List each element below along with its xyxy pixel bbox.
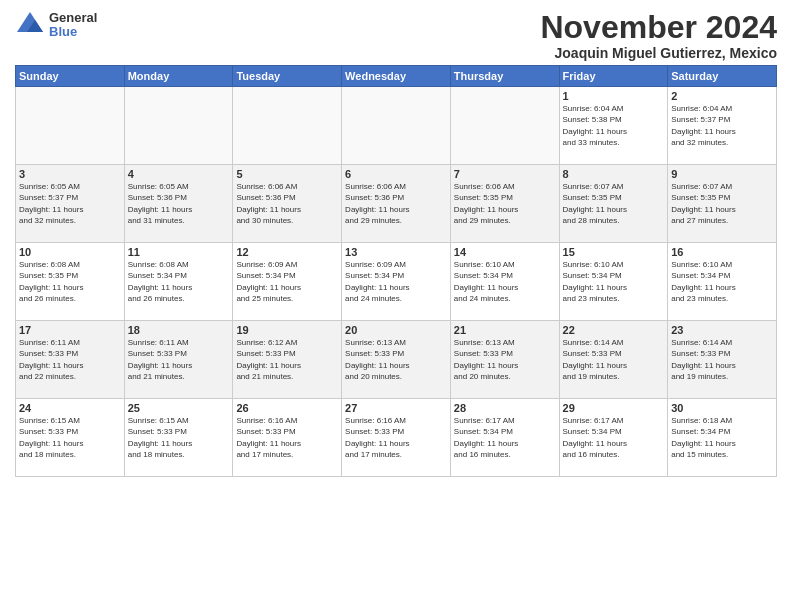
day-info: Sunrise: 6:05 AM Sunset: 5:36 PM Dayligh… bbox=[128, 181, 230, 226]
day-info: Sunrise: 6:16 AM Sunset: 5:33 PM Dayligh… bbox=[345, 415, 447, 460]
day-number: 20 bbox=[345, 324, 447, 336]
calendar-cell: 2Sunrise: 6:04 AM Sunset: 5:37 PM Daylig… bbox=[668, 87, 777, 165]
calendar-week-5: 24Sunrise: 6:15 AM Sunset: 5:33 PM Dayli… bbox=[16, 399, 777, 477]
day-info: Sunrise: 6:14 AM Sunset: 5:33 PM Dayligh… bbox=[563, 337, 665, 382]
calendar-cell bbox=[16, 87, 125, 165]
day-info: Sunrise: 6:09 AM Sunset: 5:34 PM Dayligh… bbox=[345, 259, 447, 304]
day-number: 7 bbox=[454, 168, 556, 180]
day-number: 28 bbox=[454, 402, 556, 414]
logo: General Blue bbox=[15, 10, 97, 40]
day-number: 22 bbox=[563, 324, 665, 336]
day-info: Sunrise: 6:17 AM Sunset: 5:34 PM Dayligh… bbox=[563, 415, 665, 460]
month-title: November 2024 bbox=[540, 10, 777, 45]
calendar-cell: 28Sunrise: 6:17 AM Sunset: 5:34 PM Dayli… bbox=[450, 399, 559, 477]
col-thursday: Thursday bbox=[450, 66, 559, 87]
title-section: November 2024 Joaquin Miguel Gutierrez, … bbox=[540, 10, 777, 61]
day-number: 3 bbox=[19, 168, 121, 180]
day-info: Sunrise: 6:11 AM Sunset: 5:33 PM Dayligh… bbox=[19, 337, 121, 382]
day-number: 11 bbox=[128, 246, 230, 258]
day-info: Sunrise: 6:07 AM Sunset: 5:35 PM Dayligh… bbox=[563, 181, 665, 226]
calendar-cell: 20Sunrise: 6:13 AM Sunset: 5:33 PM Dayli… bbox=[342, 321, 451, 399]
calendar-cell: 12Sunrise: 6:09 AM Sunset: 5:34 PM Dayli… bbox=[233, 243, 342, 321]
calendar-cell: 11Sunrise: 6:08 AM Sunset: 5:34 PM Dayli… bbox=[124, 243, 233, 321]
calendar-week-2: 3Sunrise: 6:05 AM Sunset: 5:37 PM Daylig… bbox=[16, 165, 777, 243]
calendar-cell: 4Sunrise: 6:05 AM Sunset: 5:36 PM Daylig… bbox=[124, 165, 233, 243]
calendar-cell: 29Sunrise: 6:17 AM Sunset: 5:34 PM Dayli… bbox=[559, 399, 668, 477]
day-number: 1 bbox=[563, 90, 665, 102]
day-number: 21 bbox=[454, 324, 556, 336]
col-friday: Friday bbox=[559, 66, 668, 87]
calendar-cell: 22Sunrise: 6:14 AM Sunset: 5:33 PM Dayli… bbox=[559, 321, 668, 399]
day-info: Sunrise: 6:17 AM Sunset: 5:34 PM Dayligh… bbox=[454, 415, 556, 460]
calendar-cell: 25Sunrise: 6:15 AM Sunset: 5:33 PM Dayli… bbox=[124, 399, 233, 477]
day-info: Sunrise: 6:09 AM Sunset: 5:34 PM Dayligh… bbox=[236, 259, 338, 304]
calendar-cell bbox=[124, 87, 233, 165]
day-info: Sunrise: 6:10 AM Sunset: 5:34 PM Dayligh… bbox=[563, 259, 665, 304]
calendar-cell: 18Sunrise: 6:11 AM Sunset: 5:33 PM Dayli… bbox=[124, 321, 233, 399]
logo-blue: Blue bbox=[49, 25, 97, 39]
calendar-cell bbox=[233, 87, 342, 165]
location-subtitle: Joaquin Miguel Gutierrez, Mexico bbox=[540, 45, 777, 61]
day-info: Sunrise: 6:11 AM Sunset: 5:33 PM Dayligh… bbox=[128, 337, 230, 382]
day-number: 6 bbox=[345, 168, 447, 180]
day-number: 12 bbox=[236, 246, 338, 258]
calendar-cell: 6Sunrise: 6:06 AM Sunset: 5:36 PM Daylig… bbox=[342, 165, 451, 243]
calendar-cell: 17Sunrise: 6:11 AM Sunset: 5:33 PM Dayli… bbox=[16, 321, 125, 399]
day-info: Sunrise: 6:06 AM Sunset: 5:35 PM Dayligh… bbox=[454, 181, 556, 226]
day-info: Sunrise: 6:15 AM Sunset: 5:33 PM Dayligh… bbox=[128, 415, 230, 460]
day-number: 16 bbox=[671, 246, 773, 258]
day-number: 29 bbox=[563, 402, 665, 414]
calendar-cell: 8Sunrise: 6:07 AM Sunset: 5:35 PM Daylig… bbox=[559, 165, 668, 243]
calendar-header-row: Sunday Monday Tuesday Wednesday Thursday… bbox=[16, 66, 777, 87]
calendar-cell: 7Sunrise: 6:06 AM Sunset: 5:35 PM Daylig… bbox=[450, 165, 559, 243]
calendar-cell: 10Sunrise: 6:08 AM Sunset: 5:35 PM Dayli… bbox=[16, 243, 125, 321]
day-info: Sunrise: 6:06 AM Sunset: 5:36 PM Dayligh… bbox=[236, 181, 338, 226]
calendar-cell: 14Sunrise: 6:10 AM Sunset: 5:34 PM Dayli… bbox=[450, 243, 559, 321]
header: General Blue November 2024 Joaquin Migue… bbox=[15, 10, 777, 61]
day-number: 25 bbox=[128, 402, 230, 414]
day-number: 24 bbox=[19, 402, 121, 414]
day-number: 17 bbox=[19, 324, 121, 336]
calendar-cell: 3Sunrise: 6:05 AM Sunset: 5:37 PM Daylig… bbox=[16, 165, 125, 243]
col-monday: Monday bbox=[124, 66, 233, 87]
day-number: 4 bbox=[128, 168, 230, 180]
day-info: Sunrise: 6:04 AM Sunset: 5:37 PM Dayligh… bbox=[671, 103, 773, 148]
day-info: Sunrise: 6:13 AM Sunset: 5:33 PM Dayligh… bbox=[454, 337, 556, 382]
day-number: 5 bbox=[236, 168, 338, 180]
calendar-cell: 26Sunrise: 6:16 AM Sunset: 5:33 PM Dayli… bbox=[233, 399, 342, 477]
day-info: Sunrise: 6:15 AM Sunset: 5:33 PM Dayligh… bbox=[19, 415, 121, 460]
calendar-week-1: 1Sunrise: 6:04 AM Sunset: 5:38 PM Daylig… bbox=[16, 87, 777, 165]
day-info: Sunrise: 6:07 AM Sunset: 5:35 PM Dayligh… bbox=[671, 181, 773, 226]
day-info: Sunrise: 6:06 AM Sunset: 5:36 PM Dayligh… bbox=[345, 181, 447, 226]
day-number: 27 bbox=[345, 402, 447, 414]
day-info: Sunrise: 6:08 AM Sunset: 5:34 PM Dayligh… bbox=[128, 259, 230, 304]
day-info: Sunrise: 6:14 AM Sunset: 5:33 PM Dayligh… bbox=[671, 337, 773, 382]
calendar-cell: 9Sunrise: 6:07 AM Sunset: 5:35 PM Daylig… bbox=[668, 165, 777, 243]
calendar-cell: 24Sunrise: 6:15 AM Sunset: 5:33 PM Dayli… bbox=[16, 399, 125, 477]
calendar-table: Sunday Monday Tuesday Wednesday Thursday… bbox=[15, 65, 777, 477]
day-number: 8 bbox=[563, 168, 665, 180]
day-info: Sunrise: 6:04 AM Sunset: 5:38 PM Dayligh… bbox=[563, 103, 665, 148]
day-info: Sunrise: 6:13 AM Sunset: 5:33 PM Dayligh… bbox=[345, 337, 447, 382]
day-number: 19 bbox=[236, 324, 338, 336]
calendar-cell: 15Sunrise: 6:10 AM Sunset: 5:34 PM Dayli… bbox=[559, 243, 668, 321]
day-number: 13 bbox=[345, 246, 447, 258]
logo-text: General Blue bbox=[49, 11, 97, 40]
col-sunday: Sunday bbox=[16, 66, 125, 87]
day-info: Sunrise: 6:18 AM Sunset: 5:34 PM Dayligh… bbox=[671, 415, 773, 460]
day-number: 23 bbox=[671, 324, 773, 336]
calendar-cell: 21Sunrise: 6:13 AM Sunset: 5:33 PM Dayli… bbox=[450, 321, 559, 399]
day-info: Sunrise: 6:12 AM Sunset: 5:33 PM Dayligh… bbox=[236, 337, 338, 382]
calendar-cell: 13Sunrise: 6:09 AM Sunset: 5:34 PM Dayli… bbox=[342, 243, 451, 321]
col-wednesday: Wednesday bbox=[342, 66, 451, 87]
day-number: 10 bbox=[19, 246, 121, 258]
day-number: 18 bbox=[128, 324, 230, 336]
logo-icon bbox=[15, 10, 45, 40]
calendar-cell: 5Sunrise: 6:06 AM Sunset: 5:36 PM Daylig… bbox=[233, 165, 342, 243]
calendar-cell: 1Sunrise: 6:04 AM Sunset: 5:38 PM Daylig… bbox=[559, 87, 668, 165]
day-number: 14 bbox=[454, 246, 556, 258]
logo-general: General bbox=[49, 11, 97, 25]
calendar-container: General Blue November 2024 Joaquin Migue… bbox=[0, 0, 792, 487]
day-info: Sunrise: 6:10 AM Sunset: 5:34 PM Dayligh… bbox=[454, 259, 556, 304]
calendar-week-3: 10Sunrise: 6:08 AM Sunset: 5:35 PM Dayli… bbox=[16, 243, 777, 321]
